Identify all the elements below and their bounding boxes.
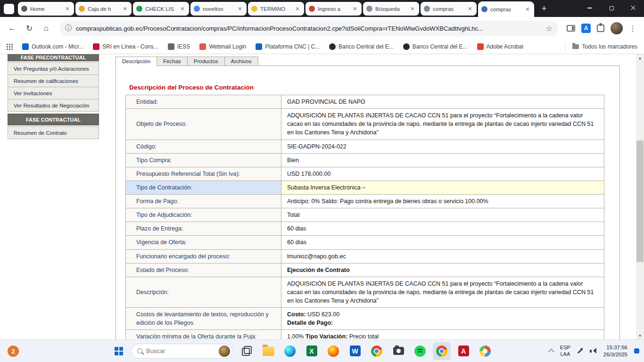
- sidebar-section-header: FASE PRECONTRACTUAL: [8, 54, 99, 61]
- close-button[interactable]: [622, 0, 644, 16]
- chrome-icon: [436, 346, 447, 357]
- tab-close-icon[interactable]: [237, 6, 243, 12]
- firefox-taskbar-button[interactable]: [324, 342, 342, 360]
- sidebar-item[interactable]: Ver Resultados de Negociación: [8, 99, 99, 112]
- tab-close-icon[interactable]: [122, 6, 128, 12]
- start-button[interactable]: [110, 343, 127, 360]
- new-tab-button[interactable]: +: [538, 2, 550, 15]
- browser-tab[interactable]: Ingreso a: [305, 2, 362, 16]
- table-row: Vigencia de Oferta:60 días: [126, 236, 604, 249]
- volume-icon[interactable]: [590, 348, 597, 354]
- side-panel-icon[interactable]: [567, 25, 575, 32]
- word-taskbar-button[interactable]: [346, 342, 364, 360]
- sidebar-item[interactable]: Ver Invitaciones: [8, 87, 99, 99]
- site-info-icon[interactable]: ⓘ: [65, 24, 72, 33]
- minimize-button[interactable]: [579, 0, 601, 16]
- extensions-icon[interactable]: [597, 25, 604, 32]
- search-daily-image[interactable]: [219, 346, 230, 357]
- browser-tab-strip: HomeCaja de hCHECK LISnoveltooTERMINOIng…: [0, 0, 644, 17]
- paint-taskbar-button[interactable]: [476, 342, 494, 360]
- all-bookmarks-button[interactable]: Todos los marcadores: [565, 42, 637, 51]
- refresh-button[interactable]: ↻: [22, 21, 37, 36]
- tab-descripcion[interactable]: Descripción: [116, 57, 157, 66]
- translate-icon[interactable]: A: [581, 24, 591, 33]
- bookmark-label: Banco Central del E...: [413, 43, 468, 50]
- table-row: Estado del Proceso:Ejecución de Contrato: [126, 263, 604, 277]
- search-input[interactable]: [146, 347, 215, 354]
- row-label: Entidad:: [126, 95, 281, 109]
- scroll-down-icon[interactable]: ▼: [636, 332, 644, 339]
- browser-tab[interactable]: Caja de h: [75, 2, 132, 16]
- bookmark-item[interactable]: SRI en Línea - Cons...: [93, 43, 158, 50]
- refresh-icon: ↻: [26, 24, 33, 33]
- taskbar-search[interactable]: [131, 344, 233, 359]
- task-view-taskbar-button[interactable]: [238, 342, 256, 360]
- apps-grid-icon[interactable]: [7, 44, 13, 50]
- chrome-taskbar-button[interactable]: [433, 342, 451, 360]
- sidebar-item[interactable]: Resumen de Contrato: [8, 126, 99, 139]
- language-indicator[interactable]: ESP LAA: [560, 345, 570, 358]
- tab-close-icon[interactable]: [352, 6, 358, 12]
- browser-tab[interactable]: CHECK LIS: [133, 2, 189, 16]
- browser-tab[interactable]: compras: [478, 1, 534, 17]
- bookmark-item[interactable]: Plataforma CNC | C...: [256, 43, 320, 50]
- language-code: ESP: [560, 345, 570, 351]
- tab-close-icon[interactable]: [524, 6, 531, 13]
- tab-close-icon[interactable]: [409, 6, 416, 12]
- browser-tab[interactable]: Búsqueda: [363, 2, 419, 16]
- vertical-scrollbar[interactable]: ▲ ▼: [636, 54, 644, 339]
- tab-close-icon[interactable]: [64, 6, 71, 12]
- maximize-icon: [610, 6, 614, 10]
- bookmark-item[interactable]: Adobe Acrobat: [477, 43, 524, 50]
- tab-fechas[interactable]: Fechas: [157, 57, 188, 66]
- row-label: Tipo Compra:: [126, 153, 281, 167]
- scroll-up-icon[interactable]: ▲: [636, 54, 644, 62]
- bookmark-item[interactable]: Banco Central del E...: [403, 43, 468, 50]
- clock[interactable]: 15:37:56 26/3/2025: [603, 344, 627, 358]
- notification-count-badge[interactable]: 2: [8, 346, 19, 357]
- chrome-taskbar-button[interactable]: [368, 342, 386, 360]
- bookmark-item[interactable]: Webmail Login: [199, 43, 246, 50]
- system-tray: ESP LAA 15:37:56 26/3/2025: [549, 344, 644, 358]
- address-bar[interactable]: ⓘ compraspublicas.gob.ec/ProcesoContrata…: [59, 21, 558, 36]
- tab-close-icon[interactable]: [467, 6, 473, 12]
- browser-tab[interactable]: TERMINO: [248, 2, 304, 16]
- browser-tab[interactable]: Home: [18, 2, 74, 16]
- row-value: Anticipo: 0% Saldo: Pago contra entrega …: [281, 195, 604, 208]
- profile-avatar[interactable]: [611, 22, 623, 34]
- bookmark-item[interactable]: Outlook.com - Micr...: [22, 43, 83, 50]
- tray-overflow-chevron-icon[interactable]: [548, 349, 554, 355]
- tab-close-icon[interactable]: [294, 6, 301, 12]
- url-text[interactable]: compraspublicas.gob.ec/ProcesoContrataci…: [76, 25, 542, 32]
- acrobat-taskbar-button[interactable]: [454, 342, 472, 360]
- browser-menu-icon[interactable]: ⋮: [629, 24, 636, 33]
- scrollbar-thumb[interactable]: [636, 140, 644, 262]
- spotify-taskbar-button[interactable]: [411, 342, 429, 360]
- row-label: Vigencia de Oferta:: [126, 236, 281, 249]
- pen-icon[interactable]: [578, 348, 583, 354]
- sidebar-section-header: FASE CONTRACTUAL: [8, 114, 99, 125]
- tab-archivos[interactable]: Archivos: [224, 57, 258, 66]
- bookmark-star-icon[interactable]: ☆: [546, 24, 553, 33]
- maximize-button[interactable]: [601, 0, 622, 16]
- file-explorer-taskbar-button[interactable]: [259, 342, 277, 360]
- tab-title: Home: [30, 6, 61, 12]
- edge-taskbar-button[interactable]: [281, 342, 299, 360]
- bookmark-item[interactable]: Banco Central del E...: [329, 43, 394, 50]
- sidebar-item[interactable]: Resumen de calificaciones: [8, 74, 99, 87]
- browser-tab[interactable]: noveltoo: [190, 2, 247, 16]
- excel-taskbar-button[interactable]: [303, 342, 321, 360]
- camera-taskbar-button[interactable]: [389, 342, 407, 360]
- file-explorer-icon: [263, 346, 274, 356]
- bookmark-item[interactable]: IESS: [168, 43, 190, 50]
- back-button[interactable]: ←: [5, 21, 20, 36]
- tab-productos[interactable]: Productos: [187, 57, 225, 66]
- notification-center-icon[interactable]: [634, 348, 639, 354]
- browser-toolbar: ← ↻ ⌂ ⓘ compraspublicas.gob.ec/ProcesoCo…: [0, 17, 644, 40]
- tab-close-icon[interactable]: [179, 6, 186, 12]
- row-label: Forma de Pago:: [126, 195, 281, 208]
- sidebar-item[interactable]: Ver Preguntas y/ó Aclaraciones: [8, 62, 99, 75]
- window-corner-button[interactable]: [4, 4, 14, 14]
- browser-tab[interactable]: compras: [421, 2, 477, 16]
- home-button[interactable]: ⌂: [39, 21, 54, 36]
